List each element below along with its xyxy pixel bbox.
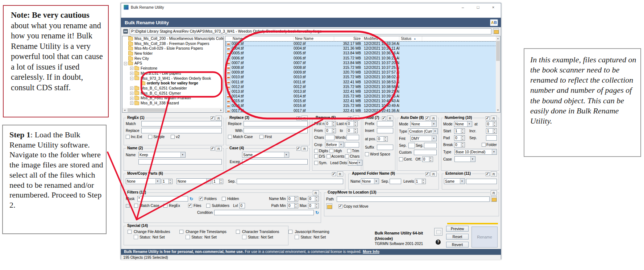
regex-match-input[interactable]: [141, 121, 222, 126]
tree-item[interactable]: Mss_Ms_Coll_238 - Freeman Dyson Papers: [122, 41, 223, 46]
name-input[interactable]: [138, 159, 222, 165]
move-copy-n2-spinner[interactable]: [212, 179, 223, 184]
panel-enable-checkbox[interactable]: [382, 116, 386, 120]
at-pos-spinner[interactable]: [377, 136, 388, 142]
tree-item[interactable]: + Mss_B_F861 William Franklin: [122, 96, 223, 101]
column-header-status[interactable]: Status▲: [399, 36, 422, 41]
revert-button[interactable]: Revert: [446, 242, 469, 248]
scroll-left-icon[interactable]: ◄: [122, 109, 127, 111]
browse-folder-icon[interactable]: [493, 28, 499, 34]
more-info-link[interactable]: More Info: [363, 250, 379, 254]
panel-reset-button[interactable]: R: [353, 116, 359, 121]
panel-reset-button[interactable]: R: [302, 146, 308, 151]
panel-reset-button[interactable]: R: [491, 116, 497, 121]
tree-horizontal-scrollbar[interactable]: ◄ ►: [122, 108, 223, 112]
scroll-up-icon[interactable]: ▲: [496, 36, 500, 41]
file-row[interactable]: 0017.tif 0017.tif 322.41 MB 12/2/2021 10…: [225, 108, 500, 113]
files-checkbox[interactable]: [188, 204, 192, 208]
special-item-checkbox[interactable]: [179, 230, 183, 234]
file-row[interactable]: 0004.tif 0004.tif 321.36 MB 12/2/2021 10…: [225, 46, 500, 51]
tree-item[interactable]: − Mss_973_3_W41 - Weedon Orderly Book: [122, 76, 223, 81]
file-row[interactable]: 0010.tif 0010.tif 315.72 MB 12/2/2021 10…: [225, 75, 500, 79]
numbering-at-spinner[interactable]: [486, 121, 497, 127]
rename-button[interactable]: Rename: [471, 227, 498, 248]
panel-enable-checkbox[interactable]: [332, 172, 336, 176]
with-input[interactable]: [244, 128, 308, 133]
accents-checkbox[interactable]: [327, 154, 331, 158]
refresh-icon[interactable]: ↻: [190, 197, 193, 201]
panel-reset-button[interactable]: R: [313, 190, 319, 195]
tree-expander-icon[interactable]: +: [130, 87, 133, 90]
panel-reset-button[interactable]: R: [302, 116, 308, 121]
path-max-spinner[interactable]: [308, 203, 319, 208]
maximize-button[interactable]: □: [470, 3, 486, 11]
scrollbar-thumb[interactable]: [128, 108, 167, 112]
file-row[interactable]: 0011.tif 0011.tif 322.41 MB 12/2/2021 10…: [225, 80, 500, 84]
column-header-newname[interactable]: New Name: [294, 36, 334, 41]
subfolders-checkbox[interactable]: [206, 204, 210, 208]
scroll-right-icon[interactable]: ►: [219, 109, 223, 111]
panel-reset-button[interactable]: R: [491, 171, 497, 176]
filter-regex-checkbox[interactable]: [163, 204, 167, 208]
panel-enable-checkbox[interactable]: [425, 172, 429, 176]
special-item-checkbox[interactable]: [236, 230, 240, 234]
panel-reset-button[interactable]: R: [216, 116, 222, 121]
date-mode-dropdown[interactable]: None: [410, 121, 437, 127]
date-seg-input[interactable]: [424, 143, 437, 148]
tree-item[interactable]: − APS: [122, 61, 223, 66]
numbering-folder-checkbox[interactable]: [482, 143, 486, 147]
file-row[interactable]: 0005.tif 0005.tif 313.84 MB 12/2/2021 10…: [225, 51, 500, 55]
move-copy-sep-input[interactable]: [237, 179, 343, 184]
extension-mode-dropdown[interactable]: Same: [444, 178, 465, 184]
scroll-down-icon[interactable]: ▼: [496, 108, 500, 112]
copy-move-path-input[interactable]: [337, 196, 490, 202]
first-checkbox[interactable]: [259, 135, 263, 139]
tree-item[interactable]: + Mss_B_C_6251 Cadwalder: [122, 86, 223, 91]
numbering-incr-spinner[interactable]: [486, 128, 497, 134]
move-copy-from-dropdown[interactable]: None: [126, 178, 161, 184]
special-item-checkbox[interactable]: [128, 230, 132, 234]
crop-input[interactable]: [345, 142, 359, 148]
trim-checkbox[interactable]: [347, 149, 351, 153]
append-name-dropdown[interactable]: None: [361, 178, 379, 184]
help-icon[interactable]: ?: [436, 240, 441, 245]
browse-folder-icon[interactable]: [491, 196, 497, 202]
tree-item[interactable]: + Mss_B_H_338 Hazard: [122, 101, 223, 106]
file-row[interactable]: 0014.tif 0014.tif 315.72 MB 12/2/2021 10…: [225, 94, 500, 99]
tree-item[interactable]: + Mss.B.L51 - Lee papers: [122, 71, 223, 76]
move-copy-n1-spinner[interactable]: [162, 179, 173, 184]
file-row[interactable]: 0008.tif 0008.tif 315.72 MB 12/2/2021 10…: [225, 65, 500, 70]
refresh-icon[interactable]: ↻: [315, 211, 319, 215]
cent-checkbox[interactable]: [399, 157, 403, 161]
panel-enable-checkbox[interactable]: [211, 147, 215, 151]
path-min-spinner[interactable]: [287, 203, 298, 208]
numbering-mode-dropdown[interactable]: None: [454, 121, 472, 127]
numbering-pad-spinner[interactable]: [454, 135, 465, 141]
panel-enable-checkbox[interactable]: [296, 116, 300, 120]
tree-item[interactable]: Mss_Ms_Coll_200 - Miscellaneous Manuscri…: [122, 36, 223, 41]
panel-enable-checkbox[interactable]: [425, 116, 429, 120]
preview-button[interactable]: Preview: [446, 226, 469, 232]
prefix-input[interactable]: [377, 121, 393, 126]
sym-checkbox[interactable]: [314, 161, 318, 165]
tree-expander-icon[interactable]: −: [130, 77, 133, 80]
numbering-sep-input[interactable]: [486, 135, 497, 141]
v2-checkbox[interactable]: [171, 135, 175, 139]
date-fmt-dropdown[interactable]: DMY: [410, 136, 437, 141]
chars-input[interactable]: [325, 135, 335, 140]
file-row[interactable]: 0009.tif 0009.tif 320.70 MB 12/2/2021 10…: [225, 70, 500, 75]
column-header-size[interactable]: Size: [334, 36, 362, 41]
folders-checkbox[interactable]: [199, 197, 203, 201]
tray-button[interactable]: [434, 228, 443, 236]
tree-expander-icon[interactable]: +: [130, 67, 133, 70]
file-row[interactable]: 0016.tif 0016.tif 315.72 MB 12/2/2021 10…: [225, 103, 500, 108]
numbering-type-dropdown[interactable]: Base 10 (Decimal): [454, 149, 497, 155]
append-levels-spinner[interactable]: [415, 179, 426, 184]
tree-expander-icon[interactable]: +: [130, 92, 133, 95]
tree-item[interactable]: orderly book for valley forge: [122, 81, 223, 86]
tree-expander-icon[interactable]: −: [124, 62, 127, 65]
match-case-checkbox[interactable]: [228, 135, 232, 139]
words-input[interactable]: [346, 135, 359, 140]
insert-input[interactable]: [377, 128, 393, 133]
date-sep-input[interactable]: [408, 143, 415, 148]
